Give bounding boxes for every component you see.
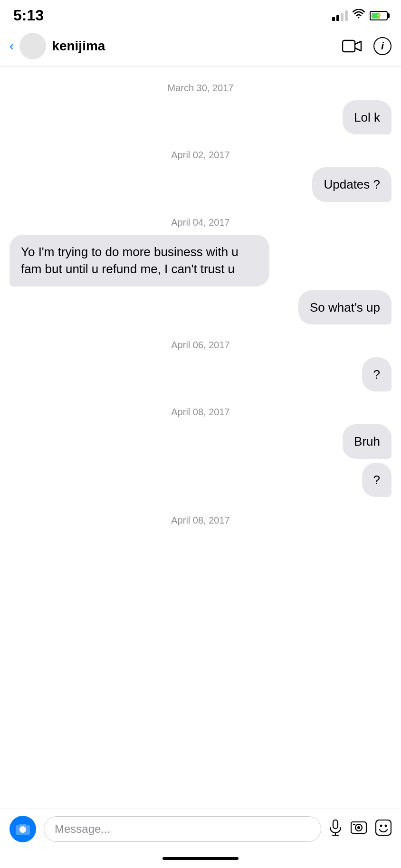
message-bubble: Updates ? — [312, 167, 391, 201]
message-row: ? — [10, 463, 391, 497]
svg-rect-9 — [376, 820, 391, 835]
wifi-icon — [353, 9, 365, 22]
sticker-icon[interactable] — [375, 820, 391, 839]
date-label: April 08, 2017 — [10, 407, 391, 418]
header-actions: i — [342, 37, 391, 55]
date-label: April 08, 2017 — [10, 515, 391, 526]
status-icons: ⚡ — [332, 9, 388, 22]
message-row: Lol k — [10, 100, 391, 134]
message-row: ? — [10, 357, 391, 391]
contact-name: kenijima — [52, 38, 342, 54]
camera-button[interactable] — [10, 816, 36, 842]
chat-header: ‹ kenijima i — [0, 28, 401, 67]
message-bubble: Bruh — [343, 424, 391, 458]
photo-icon[interactable] — [351, 820, 367, 839]
microphone-icon[interactable] — [329, 820, 342, 839]
video-call-button[interactable] — [342, 39, 362, 53]
message-row: Yo I'm trying to do more business with u… — [10, 235, 391, 286]
svg-rect-8 — [353, 824, 355, 825]
svg-point-1 — [20, 827, 25, 832]
message-row: Bruh — [10, 424, 391, 458]
message-input[interactable]: Message... — [44, 816, 321, 842]
status-time: 5:13 — [13, 7, 44, 24]
home-indicator — [0, 849, 401, 868]
svg-rect-2 — [333, 820, 338, 829]
home-bar — [162, 857, 239, 860]
message-bubble: ? — [362, 463, 391, 497]
chat-area: March 30, 2017 Lol k April 02, 2017 Upda… — [0, 67, 401, 809]
back-button[interactable]: ‹ — [10, 38, 14, 54]
message-bubble: Lol k — [343, 100, 391, 134]
svg-point-7 — [357, 826, 360, 829]
date-label: April 04, 2017 — [10, 217, 391, 228]
date-label: March 30, 2017 — [10, 83, 391, 94]
avatar — [19, 33, 46, 59]
date-label: April 06, 2017 — [10, 340, 391, 351]
message-bubble: Yo I'm trying to do more business with u… — [10, 235, 269, 286]
input-action-icons — [329, 820, 391, 839]
svg-point-10 — [380, 824, 382, 827]
battery-icon: ⚡ — [370, 11, 388, 20]
status-bar: 5:13 ⚡ — [0, 0, 401, 28]
message-row: So what's up — [10, 290, 391, 324]
message-bubble: ? — [362, 357, 391, 391]
signal-icon — [332, 10, 348, 21]
svg-rect-0 — [343, 40, 355, 52]
info-button[interactable]: i — [373, 37, 391, 55]
svg-point-11 — [385, 824, 387, 827]
message-placeholder: Message... — [55, 822, 110, 835]
message-row: Updates ? — [10, 167, 391, 201]
message-bubble: So what's up — [298, 290, 391, 324]
input-bar: Message... — [0, 809, 401, 849]
date-label: April 02, 2017 — [10, 150, 391, 161]
